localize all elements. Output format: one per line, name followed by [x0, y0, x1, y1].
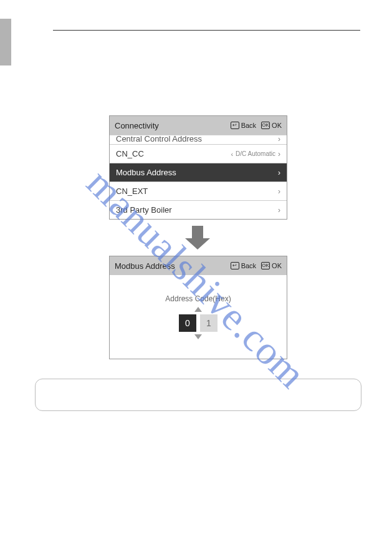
- screen-title: Modbus Address: [115, 261, 175, 271]
- menu-item-label: Central Control Address: [116, 135, 202, 143]
- hex-digit-0[interactable]: 0: [179, 314, 196, 332]
- titlebar-nav: ↩ Back OK OK: [231, 262, 282, 269]
- chevron-up-icon[interactable]: [194, 307, 202, 312]
- flow-arrow-down: [185, 226, 210, 251]
- menu-item-value-wrap: ‹ D/C Automatic ›: [231, 150, 280, 158]
- digit-row: 0 1: [179, 314, 218, 332]
- menu-item-cn-ext[interactable]: CN_EXT ›: [110, 182, 287, 200]
- ok-label: OK: [272, 262, 282, 269]
- chevron-right-icon: ›: [278, 135, 280, 143]
- back-label: Back: [241, 262, 256, 269]
- ok-button[interactable]: OK OK: [261, 262, 282, 269]
- back-button[interactable]: ↩ Back: [231, 262, 256, 269]
- titlebar-connectivity: Connectivity ↩ Back OK OK: [110, 116, 287, 135]
- titlebar-modbus: Modbus Address ↩ Back OK OK: [110, 256, 287, 275]
- back-button[interactable]: ↩ Back: [231, 122, 256, 129]
- ok-button[interactable]: OK OK: [261, 122, 282, 129]
- chevron-left-icon: ‹: [231, 150, 233, 158]
- back-label: Back: [241, 122, 256, 129]
- titlebar-nav: ↩ Back OK OK: [231, 122, 282, 129]
- ok-icon: OK: [261, 122, 270, 129]
- note-box: [35, 379, 361, 411]
- menu-item-cn-cc[interactable]: CN_CC ‹ D/C Automatic ›: [110, 144, 287, 163]
- back-icon: ↩: [231, 122, 239, 129]
- menu-item-value: D/C Automatic: [236, 150, 275, 157]
- page-side-tab: [0, 19, 11, 65]
- back-icon: ↩: [231, 262, 239, 269]
- menu-item-central-control[interactable]: Central Control Address ›: [110, 135, 287, 144]
- chevron-right-icon: ›: [278, 150, 280, 158]
- address-editor: Address Code(Hex) 0 1: [110, 275, 287, 359]
- menu-item-label: 3rd Party Boiler: [116, 205, 172, 215]
- menu-item-modbus-address[interactable]: Modbus Address ›: [110, 163, 287, 182]
- chevron-down-icon[interactable]: [194, 334, 202, 339]
- menu-item-label: Modbus Address: [116, 168, 176, 177]
- chevron-right-icon: ›: [278, 206, 280, 215]
- arrow-down-icon: [192, 226, 203, 238]
- modbus-address-screen: Modbus Address ↩ Back OK OK Address Code…: [109, 256, 287, 359]
- connectivity-screen: Connectivity ↩ Back OK OK Central Contro…: [109, 115, 287, 220]
- menu-item-label: CN_EXT: [116, 186, 148, 196]
- ok-icon: OK: [261, 262, 270, 269]
- address-code-label: Address Code(Hex): [165, 294, 231, 303]
- menu-item-label: CN_CC: [116, 149, 144, 158]
- menu-item-3rd-party-boiler[interactable]: 3rd Party Boiler ›: [110, 200, 287, 219]
- chevron-right-icon: ›: [278, 187, 280, 196]
- top-rule: [53, 30, 360, 31]
- screen-title: Connectivity: [115, 121, 159, 130]
- chevron-right-icon: ›: [278, 168, 280, 177]
- ok-label: OK: [272, 122, 282, 129]
- hex-digit-1[interactable]: 1: [200, 314, 218, 332]
